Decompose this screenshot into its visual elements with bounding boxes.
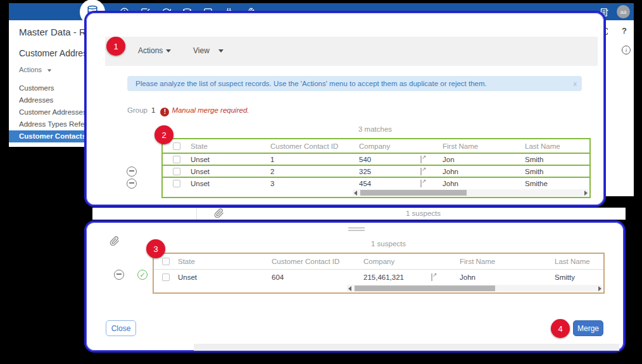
table-row[interactable]: Unset 2 325 John Smith <box>163 165 589 177</box>
info-icon[interactable]: i <box>622 46 631 54</box>
suspects-caption: 1 suspects <box>371 240 406 248</box>
scroll-left-icon[interactable] <box>348 286 351 291</box>
remove-row-icon[interactable] <box>127 166 137 177</box>
sidebar-actions-menu[interactable]: Actions <box>19 66 52 73</box>
matches-table-header: State Customer Contact ID Company First … <box>163 139 589 153</box>
paperclip-icon <box>110 236 120 249</box>
remove-row-icon[interactable] <box>114 270 124 280</box>
annotation-badge-3: 3 <box>146 239 165 258</box>
suspects-group-strip: 1 suspects <box>92 208 626 220</box>
annotation-box-top: Actions View Please analyze the list of … <box>84 11 606 207</box>
horizontal-scrollbar[interactable] <box>154 284 603 292</box>
merge-warning-text: Manual merge required. <box>172 106 249 114</box>
annotation-badge-4: 4 <box>551 319 570 338</box>
chevron-down-icon <box>218 49 223 53</box>
help-icon[interactable]: ? <box>622 26 627 35</box>
external-link-icon[interactable] <box>420 180 422 187</box>
matches-table: State Customer Contact ID Company First … <box>161 138 591 198</box>
scroll-left-icon[interactable] <box>354 191 357 196</box>
select-all-checkbox[interactable] <box>173 142 180 150</box>
merge-button[interactable]: Merge <box>573 320 603 336</box>
info-banner: Please analyze the list of suspect recor… <box>127 76 582 91</box>
paperclip-icon <box>214 208 224 221</box>
view-menu-button[interactable]: View <box>193 46 223 55</box>
scroll-right-icon[interactable] <box>598 286 601 291</box>
group-header: Group1!Manual merge required. <box>127 106 249 116</box>
table-row[interactable]: Unset 3 454 John Smithe <box>163 177 589 189</box>
screen: aa Master Data - Refere Customer Address… <box>0 0 642 364</box>
drag-handle[interactable] <box>348 227 365 232</box>
banner-close-icon[interactable]: x <box>574 76 577 91</box>
annotation-badge-1: 1 <box>106 37 125 56</box>
external-link-icon[interactable] <box>431 273 432 281</box>
row-checkbox[interactable] <box>162 273 170 281</box>
scrollbar-thumb[interactable] <box>355 286 495 291</box>
table-row[interactable]: Unset 1 540 Jon Smith <box>163 153 589 165</box>
horizontal-scrollbar[interactable] <box>163 189 589 197</box>
suspects-table: State Customer Contact ID Company First … <box>153 253 605 294</box>
accept-check-icon[interactable]: ✓ <box>137 270 148 280</box>
remove-row-icon[interactable] <box>127 179 137 189</box>
chevron-down-icon <box>166 49 171 53</box>
close-button[interactable]: Close <box>106 320 136 336</box>
row-checkbox[interactable] <box>173 156 180 163</box>
suspects-strip-caption: 1 suspects <box>406 210 441 217</box>
external-link-icon[interactable] <box>420 156 422 163</box>
actions-menu-button[interactable]: Actions <box>138 46 171 55</box>
table-row[interactable]: Unset 604 215,461,321 John Smitty <box>154 269 603 284</box>
annotation-box-bottom: 1 suspects ✓ State Customer Contact ID C… <box>84 220 626 353</box>
select-all-checkbox[interactable] <box>162 258 170 265</box>
scroll-right-icon[interactable] <box>584 191 588 196</box>
suspects-table-header: State Customer Contact ID Company First … <box>154 254 603 269</box>
dialog-footer-strip <box>194 344 619 351</box>
user-avatar[interactable]: aa <box>617 5 630 18</box>
row-checkbox[interactable] <box>173 180 180 187</box>
external-link-icon[interactable] <box>420 168 422 175</box>
chevron-down-icon <box>47 69 51 72</box>
matches-caption: 3 matches <box>358 125 392 133</box>
dialog-toolbar: Actions View <box>105 37 598 66</box>
annotation-badge-2: 2 <box>154 125 173 144</box>
scrollbar-thumb[interactable] <box>360 190 467 196</box>
row-checkbox[interactable] <box>173 168 180 175</box>
error-icon: ! <box>160 108 169 116</box>
